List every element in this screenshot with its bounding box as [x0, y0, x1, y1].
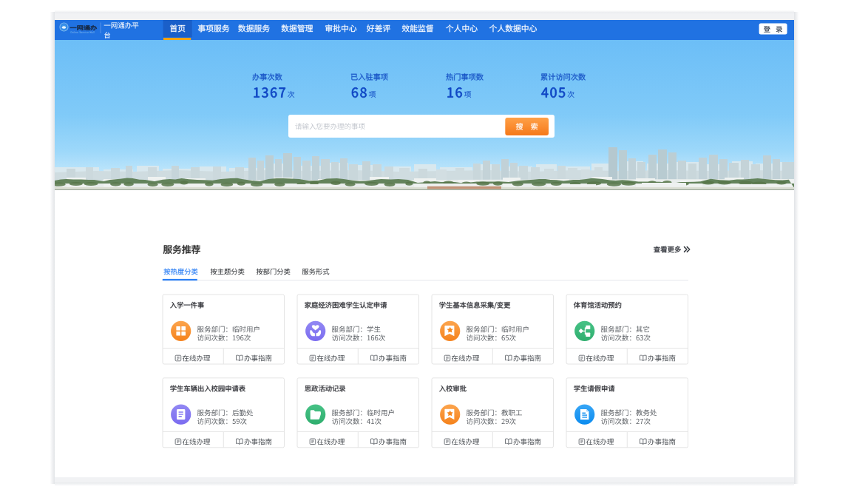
- svg-text:Online Service Hall: Online Service Hall: [70, 31, 95, 34]
